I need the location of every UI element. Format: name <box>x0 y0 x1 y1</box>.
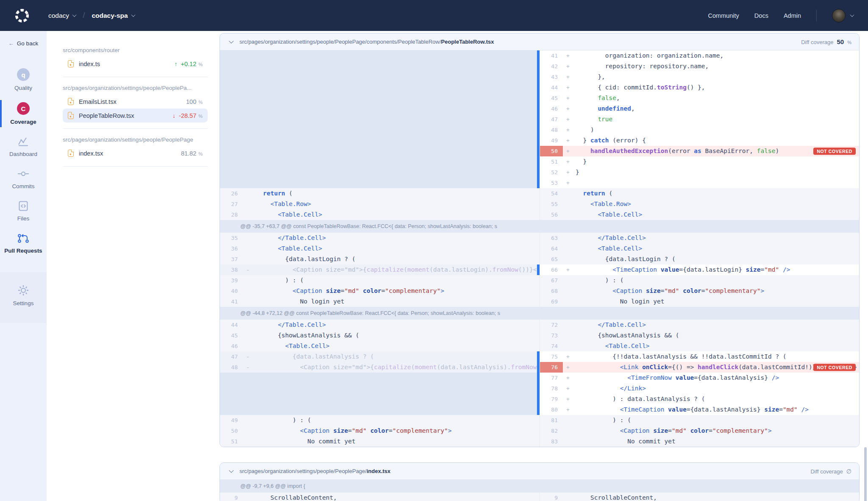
line-number: 38 <box>220 264 243 275</box>
code-line: <Table.Cell> <box>256 243 540 254</box>
code-line: undefined, <box>576 103 860 114</box>
go-back-button[interactable]: ← Go back <box>0 40 47 47</box>
hunk-header: @@ -9,7 +9,6 @@ import { <box>220 480 859 493</box>
line-number: 73 <box>540 330 563 341</box>
file-icon <box>68 98 74 105</box>
diff-sign: + <box>563 82 576 93</box>
user-menu[interactable] <box>832 9 854 22</box>
repo-dropdown[interactable]: codacy-spa <box>92 12 134 19</box>
group-path: src/components/router <box>63 47 208 53</box>
sidebar-item-coverage[interactable]: C Coverage <box>0 97 47 131</box>
sidebar-item-label: Coverage <box>10 119 36 125</box>
diff-sign <box>563 254 576 264</box>
coverage-delta: ↓ -28.57 % <box>172 112 203 119</box>
diff-left-side: 9 ScrollableContent, <box>220 493 540 501</box>
file-list-item-index-ts[interactable]: index.ts ↑ +0.12 % <box>63 57 208 71</box>
nav-link-admin[interactable]: Admin <box>784 12 801 19</box>
sidebar-item-label: Quality <box>14 85 32 91</box>
nav-link-community[interactable]: Community <box>708 12 739 19</box>
group-divider <box>63 77 208 77</box>
diff-sign <box>243 415 256 426</box>
commit-icon <box>17 168 29 179</box>
diff-sign: + <box>563 394 576 404</box>
navbar-divider <box>816 10 817 22</box>
diff-right-side: 9 ScrollableContent, <box>540 493 860 501</box>
codacy-logo-icon[interactable] <box>14 8 30 23</box>
diff-row: 37 {data.lastLogin ? ( <box>220 254 540 264</box>
diff-row: 49 ) : ( <box>220 415 540 426</box>
file-list-item-peopletablerow[interactable]: PeopleTableRow.tsx ↓ -28.57 % <box>63 109 208 122</box>
diff-panel-header[interactable]: src/pages/organization/settings/people/P… <box>220 463 859 480</box>
line-number: 76 <box>540 362 563 373</box>
code-line: No login yet <box>256 296 540 307</box>
code-line <box>576 178 860 188</box>
sidebar-item-files[interactable]: Files <box>0 195 47 227</box>
diff-sign <box>243 330 256 341</box>
diff-left-side: 44 </Table.Cell>45 {showLastAnalysis && … <box>220 320 540 447</box>
left-rail: ← Go back q Quality C Coverage Dashboard <box>0 31 47 501</box>
file-list-item-index-tsx[interactable]: index.tsx 81.82 % <box>63 146 208 160</box>
line-number: 65 <box>540 254 563 264</box>
quality-badge-icon: q <box>17 68 30 81</box>
group-divider <box>63 166 208 167</box>
group-divider <box>63 128 208 129</box>
file-list-panel: src/components/router index.ts ↑ +0.12 %… <box>47 31 220 501</box>
diff-row: 9 ScrollableContent, <box>220 493 540 501</box>
line-number: 9 <box>220 493 243 501</box>
diff-row: 53+ <box>540 178 860 188</box>
org-dropdown[interactable]: codacy <box>48 12 76 19</box>
sidebar-item-settings[interactable]: Settings <box>0 279 47 312</box>
diff-panel-header[interactable]: src/pages/organization/settings/people/P… <box>220 33 859 50</box>
line-number: 27 <box>220 199 243 209</box>
code-line: organization: organization.name, <box>576 50 860 61</box>
sidebar-item-dashboard[interactable]: Dashboard <box>0 131 47 163</box>
diff-right-side: 41+ organization: organization.name,42+ … <box>540 50 860 188</box>
line-number: 47 <box>540 114 563 125</box>
diff-sign: + <box>563 50 576 61</box>
path-separator: / <box>83 11 85 20</box>
diff-row: 36 <Table.Cell> <box>220 243 540 254</box>
diff-row: 63 </Table.Cell> <box>540 233 860 243</box>
diff-row: 44 </Table.Cell> <box>220 320 540 330</box>
line-number: 46 <box>220 341 243 351</box>
rail-bottom-section: Settings <box>0 272 47 323</box>
diff-coverage: Diff coverage ∅ <box>810 468 851 475</box>
diff-sign <box>243 286 256 296</box>
diff-left-side: 35 </Table.Cell>36 <Table.Cell>37 {data.… <box>220 233 540 307</box>
diff-row: 83 No commit yet <box>540 436 860 447</box>
back-arrow-icon: ← <box>8 40 14 47</box>
diff-rows: 44 </Table.Cell>45 {showLastAnalysis && … <box>220 320 859 447</box>
diff-row: 81 ) : ( <box>540 415 860 426</box>
diff-right-side: 63 </Table.Cell>64 <Table.Cell>65 {data.… <box>540 233 860 307</box>
sidebar-item-label: Files <box>17 215 30 222</box>
hunk-header: @@ -44,8 +72,12 @@ const PeopleTableRowB… <box>220 307 859 320</box>
line-number: 53 <box>540 178 563 188</box>
sidebar-item-commits[interactable]: Commits <box>0 163 47 195</box>
line-number: 36 <box>220 243 243 254</box>
line-number: 63 <box>540 233 563 243</box>
sidebar-item-label: Pull Requests <box>4 248 42 254</box>
diff-sign: + <box>563 264 576 275</box>
line-number: 74 <box>540 341 563 351</box>
line-number: 45 <box>540 93 563 103</box>
diff-sign <box>563 320 576 330</box>
nav-link-docs[interactable]: Docs <box>754 12 768 19</box>
sidebar-item-pull-requests[interactable]: Pull Requests <box>0 227 47 259</box>
arrow-down-icon: ↓ <box>172 112 175 119</box>
line-number: 83 <box>540 436 563 447</box>
sidebar-item-label: Settings <box>13 300 34 306</box>
diff-sign: + <box>563 383 576 394</box>
scrollbar-thumb[interactable] <box>864 447 867 501</box>
diff-right-side: 72 </Table.Cell>73 {showLastAnalysis && … <box>540 320 860 447</box>
diff-row: 41 No login yet <box>220 296 540 307</box>
sidebar-item-quality[interactable]: q Quality <box>0 63 47 97</box>
diff-sign <box>563 426 576 436</box>
file-list-item-emailslist[interactable]: EmailsList.tsx 100 % <box>63 95 208 109</box>
diff-sign <box>243 233 256 243</box>
diff-row: 52+} <box>540 167 860 178</box>
code-line: </Table.Cell> <box>576 233 860 243</box>
file-name: PeopleTableRow.tsx <box>79 112 167 119</box>
file-name: index.ts <box>79 61 170 67</box>
diff-sign <box>563 436 576 447</box>
diff-coverage: Diff coverage 50 % <box>801 38 851 45</box>
